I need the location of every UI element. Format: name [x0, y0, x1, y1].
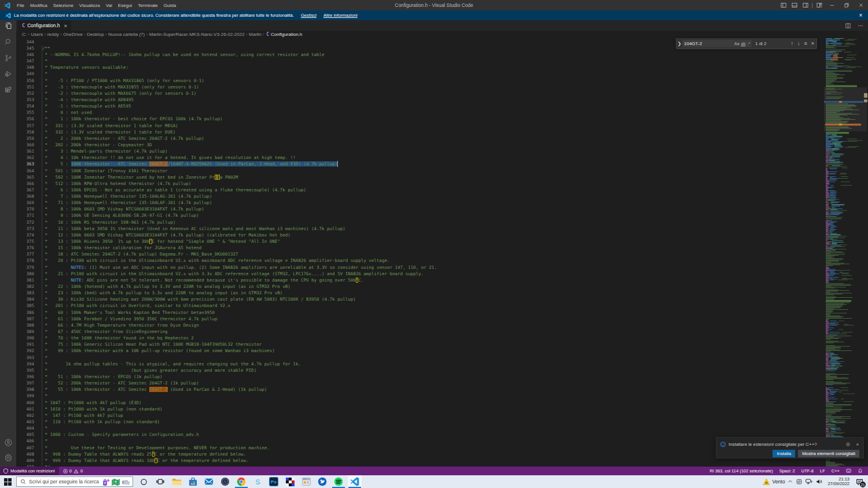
taskbar-app-mail[interactable]	[202, 475, 216, 488]
menu-guida[interactable]: Guida	[161, 0, 179, 10]
customize-layout-icon[interactable]	[814, 0, 825, 10]
tray-network-icon[interactable]	[806, 479, 812, 485]
tray-volume-icon[interactable]	[816, 479, 823, 485]
selected-text: ·	[236, 161, 238, 167]
activity-explorer-icon[interactable]	[0, 18, 16, 33]
comment-text: * 55 : 100k thermistor - ATC Semitec	[42, 387, 149, 392]
activity-search-icon[interactable]	[0, 34, 16, 49]
cortana-button[interactable]	[137, 475, 150, 488]
breadcrumb-item[interactable]: Nuova cartella (7)	[108, 32, 145, 37]
taskbar-app-blue-badge-app[interactable]	[315, 475, 329, 488]
tray-sync-icon[interactable]	[796, 479, 802, 485]
code-line: 357 * 331 : (3.3V scaled thermistor 1 ta…	[16, 123, 868, 129]
eol-item[interactable]: LF	[820, 468, 825, 474]
breadcrumb-item[interactable]: Desktop	[87, 32, 104, 37]
toggle-replace-icon[interactable]: ❯	[676, 41, 682, 46]
taskbar-search-input[interactable]: Scrivi qui per eseguire la ricerca	[16, 476, 133, 487]
comment-text: * -3 : thermocouple with MAX31855 (only …	[42, 84, 199, 90]
find-input[interactable]: 104GT-2 Aa ab .*	[682, 40, 752, 47]
toggle-secondary-sidebar-icon[interactable]	[800, 0, 811, 10]
taskbar-app-grid-app[interactable]	[283, 475, 297, 488]
breadcrumb-file[interactable]: Configuration.h	[271, 32, 302, 37]
tab-strip: C Configuration.h ×	[16, 20, 868, 31]
activity-extensions-icon[interactable]	[0, 83, 16, 98]
taskbar-app-dark-sphere-app[interactable]	[218, 475, 232, 488]
menu-file[interactable]: File	[14, 0, 27, 10]
restore-icon[interactable]	[839, 0, 854, 10]
taskbar-app-file-explorer[interactable]	[170, 475, 183, 488]
taskbar-app-spotify[interactable]	[332, 475, 345, 488]
code-line: 382 * 22 : 100k (hotend) with 4.7k pullu…	[16, 283, 868, 290]
start-button[interactable]	[0, 475, 15, 488]
more-actions-icon[interactable]	[858, 23, 863, 28]
warnings-icon	[73, 469, 79, 474]
taskbar-app-store[interactable]	[186, 475, 200, 488]
install-button[interactable]: Installa	[773, 450, 795, 457]
cursor-position-item[interactable]: Ri 363, col 114 (102 selezionate)	[710, 468, 773, 474]
regex-icon[interactable]: .*	[747, 42, 750, 46]
notification-close-icon[interactable]: ×	[856, 442, 859, 447]
match-case-icon[interactable]: Aa	[734, 42, 740, 46]
problems-item[interactable]: 0 0	[63, 468, 83, 474]
taskbar-app-photoshop[interactable]: Ps	[267, 475, 281, 488]
breadcrumb-separator: ›	[84, 32, 85, 37]
banner-link-manage[interactable]: Gestisci	[301, 13, 317, 18]
breadcrumb-item[interactable]: Marlin-SuperRacer-MKS-Nano-V3-26-02-2022	[149, 32, 245, 37]
taskbar-app-calendar-app[interactable]	[299, 475, 313, 488]
line-content: * -2 : thermocouple with MAX6675 (only f…	[42, 90, 196, 97]
menu-visualizza[interactable]: Visualizza	[76, 0, 103, 10]
indentation-item[interactable]: Spazi: 2	[779, 468, 795, 474]
menu-terminale[interactable]: Terminale	[135, 0, 161, 10]
menu-vai[interactable]: Vai	[103, 0, 115, 10]
menu-selezione[interactable]: Selezione	[50, 0, 76, 10]
toggle-panel-icon[interactable]	[789, 0, 800, 10]
toggle-sidebar-icon[interactable]	[778, 0, 789, 10]
breadcrumb-item[interactable]: reddy	[47, 32, 59, 37]
weather-widget[interactable]: Vento	[763, 478, 785, 486]
code-editor[interactable]: 344345/**346 * --NORMAL IS 4.7kohm PULLU…	[16, 38, 868, 467]
action-center-button[interactable]: 21	[853, 475, 866, 488]
line-number: 349	[16, 71, 34, 77]
line-number: 346	[16, 51, 34, 58]
find-in-selection-icon[interactable]: ≡	[804, 40, 807, 46]
minimap[interactable]	[824, 38, 867, 467]
menu-esegui[interactable]: Esegui	[115, 0, 135, 10]
taskbar-app-chrome[interactable]	[234, 475, 248, 488]
whole-word-icon[interactable]: ab	[741, 42, 746, 46]
activity-account-icon[interactable]	[0, 435, 16, 450]
banner-link-learn-more[interactable]: Altre informazioni	[323, 13, 358, 18]
minimize-icon[interactable]	[825, 0, 839, 10]
taskbar-app-vscode[interactable]	[348, 475, 362, 488]
tab-configuration-h[interactable]: C Configuration.h ×	[17, 20, 72, 31]
breadcrumb-item[interactable]: C:	[22, 32, 27, 37]
breadcrumb-item[interactable]: Users	[31, 32, 43, 37]
find-close-icon[interactable]: ×	[811, 40, 814, 46]
encoding-item[interactable]: UTF-8	[801, 468, 814, 474]
activity-run-debug-icon[interactable]	[0, 66, 16, 82]
code-line: 391 * 75 : 100k Generic Silicon Heat Pad…	[16, 341, 868, 347]
line-number: 364	[16, 168, 34, 174]
breadcrumb-item[interactable]: OneDrive	[63, 32, 83, 37]
restricted-mode-item[interactable]: Modalità con restrizioni	[0, 467, 59, 475]
menu-bar: FileModificaSelezioneVisualizzaVaiEsegui…	[14, 0, 179, 10]
activity-source-control-icon[interactable]	[0, 50, 16, 65]
activity-settings-icon[interactable]	[0, 450, 16, 465]
task-view-button[interactable]	[153, 475, 167, 488]
breadcrumb-item[interactable]: Marlin	[249, 32, 262, 37]
find-next-icon[interactable]: ↓	[797, 40, 800, 46]
feedback-icon[interactable]	[846, 468, 851, 474]
comment-text: * 512 : 100k RPW-Ultra hotend thermistor…	[42, 181, 191, 186]
clock[interactable]: 21:13 27/09/2022	[827, 477, 849, 487]
banner-close-icon[interactable]: ×	[857, 12, 865, 19]
split-editor-icon[interactable]	[845, 23, 851, 28]
taskbar-app-skype[interactable]: S	[251, 475, 264, 488]
notification-settings-icon[interactable]	[845, 442, 851, 447]
tray-expand-icon[interactable]	[788, 479, 793, 484]
tab-close-icon[interactable]: ×	[64, 23, 67, 29]
menu-modifica[interactable]: Modifica	[27, 0, 50, 10]
show-recommendations-button[interactable]: Mostra elementi consigliati	[798, 450, 859, 457]
find-previous-icon[interactable]: ↑	[790, 40, 793, 46]
close-icon[interactable]	[854, 0, 868, 10]
notifications-bell-icon[interactable]	[858, 468, 863, 474]
language-item[interactable]: C++	[832, 468, 840, 474]
